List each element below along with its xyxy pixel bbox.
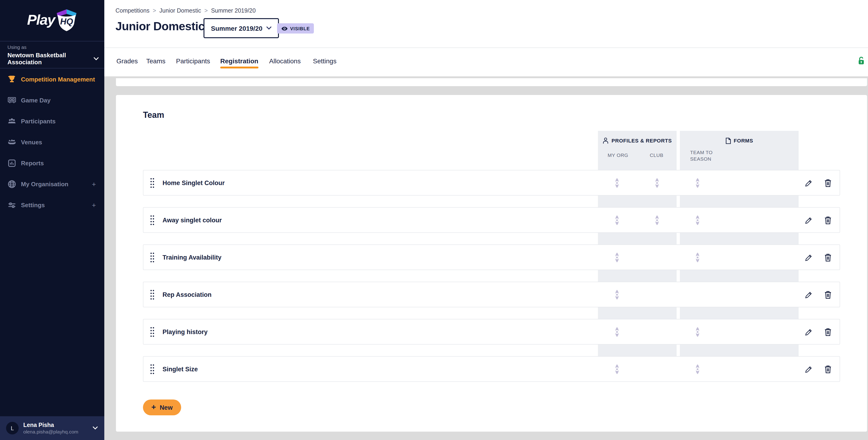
column-group-label: PROFILES & REPORTS bbox=[612, 138, 672, 144]
season-dropdown[interactable]: Summer 2019/20 bbox=[204, 18, 279, 38]
edit-button[interactable] bbox=[804, 253, 813, 262]
new-button-label: New bbox=[160, 404, 173, 411]
avatar: L bbox=[6, 422, 19, 434]
row-label: Playing history bbox=[162, 328, 208, 335]
chevron-down-icon bbox=[94, 57, 99, 60]
playhq-logo: Play HQ bbox=[0, 4, 104, 36]
tab-registration[interactable]: Registration bbox=[220, 57, 258, 65]
sidebar-item-settings[interactable]: Settings + bbox=[0, 195, 104, 216]
delete-button[interactable] bbox=[824, 364, 832, 374]
page-header: Competitions > Junior Domestic > Summer … bbox=[104, 0, 868, 48]
sidebar-item-competition-management[interactable]: Competition Management bbox=[0, 69, 104, 90]
tab-allocations[interactable]: Allocations bbox=[269, 57, 301, 65]
sidebar-item-participants[interactable]: Participants bbox=[0, 111, 104, 132]
delete-button[interactable] bbox=[824, 215, 832, 225]
section-title: Team bbox=[143, 111, 164, 120]
person-icon bbox=[603, 137, 609, 144]
column-header-my-org: MY ORG bbox=[598, 152, 638, 158]
visibility-eye-team-to-season[interactable] bbox=[693, 326, 702, 337]
visibility-eye-my-org[interactable] bbox=[613, 364, 621, 374]
visibility-eye-team-to-season[interactable] bbox=[693, 178, 702, 188]
visibility-eye-team-to-season[interactable] bbox=[693, 364, 702, 374]
tab-teams[interactable]: Teams bbox=[146, 57, 165, 65]
active-tab-underline bbox=[220, 67, 258, 68]
sliders-icon bbox=[6, 200, 17, 210]
table-row: Training Availability bbox=[143, 245, 840, 270]
new-button[interactable]: + New bbox=[143, 400, 181, 415]
delete-button[interactable] bbox=[824, 178, 832, 187]
breadcrumb-separator: > bbox=[205, 7, 208, 14]
breadcrumb-season[interactable]: Summer 2019/20 bbox=[211, 7, 256, 14]
visibility-eye-club[interactable] bbox=[653, 215, 661, 225]
tab-participants[interactable]: Participants bbox=[176, 57, 210, 65]
sidebar-item-label: Competition Management bbox=[21, 76, 96, 83]
sidebar-item-reports[interactable]: Reports bbox=[0, 153, 104, 174]
chevron-down-icon bbox=[266, 27, 271, 30]
logo-wordmark: Play bbox=[27, 12, 55, 28]
visibility-eye-my-org[interactable] bbox=[613, 252, 621, 262]
edit-button[interactable] bbox=[804, 216, 813, 224]
table-row: Singlet Size bbox=[143, 356, 840, 382]
unlocked-padlock-icon bbox=[857, 56, 865, 66]
tab-grades[interactable]: Grades bbox=[116, 57, 138, 65]
breadcrumb-junior-domestic[interactable]: Junior Domestic bbox=[159, 7, 201, 14]
stadium-icon bbox=[6, 137, 17, 147]
drag-handle-icon[interactable] bbox=[150, 252, 155, 262]
visibility-eye-my-org[interactable] bbox=[613, 178, 621, 188]
visibility-eye-my-org[interactable] bbox=[613, 289, 621, 300]
sidebar-item-label: My Organisation bbox=[21, 181, 92, 188]
edit-button[interactable] bbox=[804, 290, 813, 299]
drag-handle-icon[interactable] bbox=[150, 289, 155, 300]
table-row: Rep Association bbox=[143, 282, 840, 307]
sidebar-item-label: Venues bbox=[21, 139, 96, 146]
row-label: Training Availability bbox=[162, 254, 221, 261]
expand-plus-icon[interactable]: + bbox=[92, 180, 96, 188]
user-menu[interactable]: L Lena Pisha olena.pisha@playhq.com bbox=[0, 416, 104, 440]
delete-button[interactable] bbox=[824, 290, 832, 299]
column-header-club: CLUB bbox=[638, 152, 675, 158]
column-group-label: FORMS bbox=[734, 138, 753, 144]
sidebar-item-label: Game Day bbox=[21, 97, 96, 104]
table-row: Playing history bbox=[143, 319, 840, 345]
sidebar-item-venues[interactable]: Venues bbox=[0, 132, 104, 153]
org-name: Newtown Basketball Association bbox=[7, 52, 94, 66]
sidebar-item-game-day[interactable]: Game Day bbox=[0, 90, 104, 111]
breadcrumb-competitions[interactable]: Competitions bbox=[116, 7, 150, 14]
document-icon bbox=[725, 137, 731, 144]
delete-button[interactable] bbox=[824, 253, 832, 262]
column-group-profiles-reports: PROFILES & REPORTS bbox=[598, 137, 677, 144]
sidebar-item-label: Settings bbox=[21, 201, 92, 209]
breadcrumb-separator: > bbox=[153, 7, 156, 14]
drag-handle-icon[interactable] bbox=[150, 178, 155, 188]
edit-button[interactable] bbox=[804, 365, 813, 373]
user-email: olena.pisha@playhq.com bbox=[23, 429, 93, 434]
visibility-eye-my-org[interactable] bbox=[613, 215, 621, 225]
visibility-eye-team-to-season[interactable] bbox=[693, 252, 702, 262]
drag-handle-icon[interactable] bbox=[150, 326, 155, 337]
visibility-eye-club[interactable] bbox=[653, 178, 661, 188]
expand-plus-icon[interactable]: + bbox=[92, 201, 96, 209]
sidebar-item-label: Reports bbox=[21, 160, 96, 167]
page-title: Junior Domestic bbox=[116, 20, 205, 33]
svg-text:HQ: HQ bbox=[60, 17, 73, 26]
delete-button[interactable] bbox=[824, 327, 832, 337]
drag-handle-icon[interactable] bbox=[150, 215, 155, 225]
trophy-icon bbox=[6, 74, 17, 85]
chevron-down-icon bbox=[93, 427, 98, 430]
drag-handle-icon[interactable] bbox=[150, 364, 155, 374]
user-meta: Lena Pisha olena.pisha@playhq.com bbox=[23, 422, 93, 434]
sidebar-item-my-organisation[interactable]: My Organisation + bbox=[0, 174, 104, 195]
bar-chart-icon bbox=[6, 158, 17, 168]
edit-button[interactable] bbox=[804, 327, 813, 336]
org-switcher[interactable]: Newtown Basketball Association bbox=[7, 52, 99, 66]
table-row: Away singlet colour bbox=[143, 207, 840, 233]
visibility-badge-label: VISIBLE bbox=[290, 26, 310, 31]
people-icon bbox=[6, 116, 17, 126]
user-name: Lena Pisha bbox=[23, 422, 93, 428]
tab-settings[interactable]: Settings bbox=[313, 57, 336, 65]
visibility-eye-my-org[interactable] bbox=[613, 326, 621, 337]
edit-button[interactable] bbox=[804, 178, 813, 187]
table-row: Home Singlet Colour bbox=[143, 170, 840, 195]
visibility-eye-team-to-season[interactable] bbox=[693, 215, 702, 225]
column-header-team-to-season: TEAM TO SEASON bbox=[690, 150, 719, 162]
